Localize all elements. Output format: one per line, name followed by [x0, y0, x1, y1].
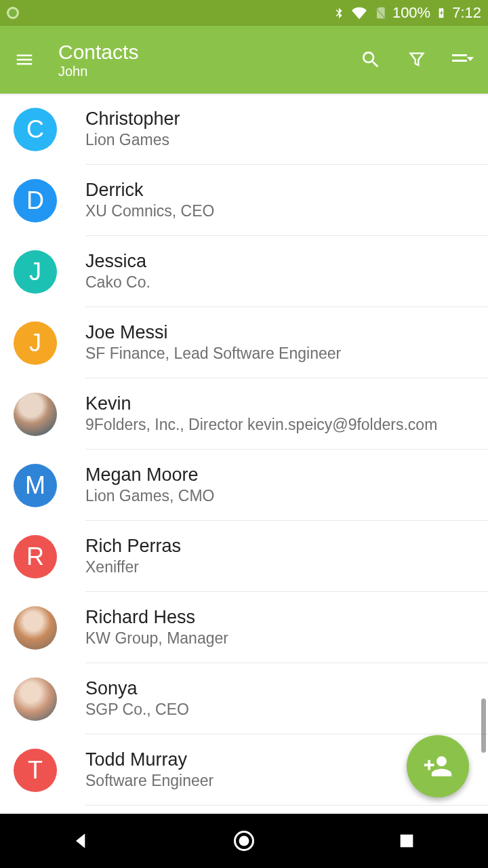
contact-name: Kevin	[85, 393, 474, 414]
contact-row[interactable]: Richard HessKW Group, Manager	[0, 592, 488, 663]
system-nav-bar	[0, 814, 488, 868]
contact-row[interactable]: MMegan MooreLion Games, CMO	[0, 450, 488, 521]
contact-info: Rich PerrasXeniffer	[85, 521, 488, 592]
person-add-icon	[423, 751, 453, 781]
contact-info: ChristopherLion Games	[85, 94, 488, 165]
page-subtitle: John	[58, 64, 359, 79]
contact-row[interactable]: DDerrickXU Comnics, CEO	[0, 165, 488, 236]
contact-detail: XU Comnics, CEO	[85, 202, 474, 220]
contact-avatar-letter[interactable]: R	[14, 535, 57, 578]
page-title: Contacts	[58, 41, 359, 64]
home-button[interactable]	[230, 827, 258, 854]
svg-rect-2	[401, 835, 413, 848]
contact-avatar-letter[interactable]: C	[14, 108, 57, 151]
contact-row[interactable]: SonyaSGP Co., CEO	[0, 663, 488, 734]
contacts-list[interactable]: CChristopherLion GamesDDerrickXU Comnics…	[0, 94, 488, 814]
contact-detail: Xeniffer	[85, 558, 474, 576]
back-button[interactable]	[68, 827, 95, 854]
clock-text: 7:12	[452, 4, 481, 22]
back-icon	[70, 830, 92, 852]
contact-avatar-photo[interactable]	[14, 393, 57, 436]
filter-button[interactable]	[405, 48, 428, 71]
search-button[interactable]	[359, 48, 382, 71]
appbar-title-block: Contacts John	[58, 41, 359, 79]
sort-dropdown-icon	[452, 52, 474, 68]
contact-avatar-photo[interactable]	[14, 677, 57, 721]
contact-info: Joe MessiSF Finance, Lead Software Engin…	[85, 307, 488, 378]
status-bar: 100% 7:12	[0, 0, 488, 26]
filter-icon	[407, 50, 426, 69]
sort-button[interactable]	[451, 48, 474, 71]
contact-avatar-letter[interactable]: D	[14, 179, 57, 222]
contact-detail: 9Folders, Inc., Director kevin.speicy@9f…	[85, 416, 474, 434]
contact-name: Rich Perras	[85, 536, 474, 557]
contact-name: Jessica	[85, 251, 474, 272]
contact-row[interactable]: JJoe MessiSF Finance, Lead Software Engi…	[0, 307, 488, 378]
contact-info: DerrickXU Comnics, CEO	[85, 165, 488, 236]
contact-row[interactable]: CChristopherLion Games	[0, 94, 488, 165]
status-app-indicator-icon	[7, 7, 19, 19]
menu-button[interactable]	[11, 46, 38, 73]
hamburger-icon	[14, 50, 35, 70]
contact-name: Christopher	[85, 108, 474, 130]
contact-detail: Cako Co.	[85, 273, 474, 292]
contact-name: Derrick	[85, 180, 474, 201]
contact-avatar-photo[interactable]	[14, 606, 57, 650]
app-bar: Contacts John	[0, 26, 488, 94]
contact-detail: SF Finance, Lead Software Engineer	[85, 344, 474, 363]
contact-avatar-letter[interactable]: T	[14, 749, 57, 792]
contact-info: Kevin9Folders, Inc., Director kevin.spei…	[85, 378, 488, 450]
no-sim-icon	[373, 5, 387, 21]
contact-name: Sonya	[85, 678, 474, 699]
add-contact-fab[interactable]	[407, 735, 469, 797]
contact-name: Richard Hess	[85, 607, 474, 628]
scrollbar-thumb[interactable]	[481, 698, 486, 753]
bluetooth-icon	[333, 5, 345, 21]
contact-row[interactable]: Kevin9Folders, Inc., Director kevin.spei…	[0, 378, 488, 450]
battery-percentage: 100%	[392, 4, 430, 22]
search-icon	[360, 49, 382, 71]
contact-detail: KW Group, Manager	[85, 629, 474, 648]
recents-icon	[397, 831, 416, 850]
contact-avatar-letter[interactable]: M	[14, 464, 57, 507]
svg-point-1	[239, 836, 249, 846]
contact-row[interactable]: RRich PerrasXeniffer	[0, 521, 488, 592]
battery-charging-icon	[436, 4, 447, 22]
home-icon	[232, 829, 256, 853]
wifi-icon	[350, 5, 368, 20]
contact-name: Megan Moore	[85, 465, 474, 486]
contact-avatar-letter[interactable]: J	[14, 250, 57, 294]
contact-info: Megan MooreLion Games, CMO	[85, 450, 488, 521]
contact-info: Richard HessKW Group, Manager	[85, 592, 488, 663]
contact-row[interactable]: JJessicaCako Co.	[0, 236, 488, 307]
contact-detail: Lion Games, CMO	[85, 487, 474, 505]
contact-avatar-letter[interactable]: J	[14, 321, 57, 365]
recents-button[interactable]	[393, 827, 420, 854]
contact-detail: SGP Co., CEO	[85, 701, 474, 719]
contact-info: JessicaCako Co.	[85, 236, 488, 307]
contact-name: Joe Messi	[85, 322, 474, 343]
contact-info: SonyaSGP Co., CEO	[85, 663, 488, 734]
contact-detail: Lion Games	[85, 131, 474, 149]
